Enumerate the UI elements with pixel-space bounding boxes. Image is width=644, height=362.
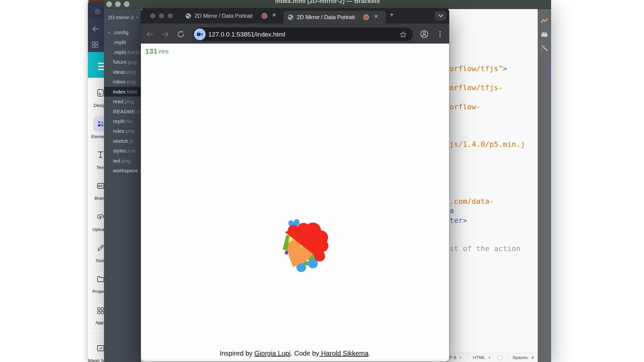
file-tree-item[interactable]: .replit.backup bbox=[104, 47, 141, 57]
health-report-icon[interactable] bbox=[541, 17, 548, 25]
file-tree: ▸.config.replit.replit.backupfuture.pngi… bbox=[104, 27, 141, 176]
code-line: st of the action bbox=[449, 244, 521, 253]
indent-setting[interactable]: Spaces: 4 bbox=[513, 353, 534, 362]
file-tree-item[interactable]: workspace.xml bbox=[104, 166, 141, 175]
globe-favicon bbox=[288, 14, 293, 20]
tab-title: 2D Mirror / Data Portrait bbox=[195, 13, 253, 19]
menu-kebab-icon[interactable] bbox=[436, 30, 444, 39]
tab-title: 2D Mirror / Data Portrait bbox=[297, 14, 355, 20]
new-tab-button[interactable]: + bbox=[390, 11, 394, 19]
tab-1[interactable]: 2D Mirror / Data Portrait ✕ bbox=[183, 8, 281, 23]
close-button[interactable] bbox=[150, 13, 155, 18]
window-title: index.html (2D-mirror-2) — Brackets bbox=[104, 0, 551, 5]
back-arrow-icon[interactable] bbox=[92, 25, 99, 32]
video-camera-icon bbox=[197, 31, 203, 38]
file-tree-item[interactable]: read.png bbox=[104, 97, 141, 106]
chrome-tabstrip: 2D Mirror / Data Portrait ✕ 2D Mirror / … bbox=[141, 8, 449, 23]
zoom-button[interactable] bbox=[168, 13, 173, 18]
bookmark-star-icon[interactable] bbox=[399, 31, 407, 38]
brackets-right-toolbar bbox=[538, 9, 551, 362]
page-content: 131FPS bbox=[141, 44, 449, 362]
file-tree-item[interactable]: ▸.config bbox=[104, 27, 141, 37]
tab-search-button[interactable] bbox=[435, 11, 446, 21]
back-button[interactable] bbox=[146, 30, 154, 39]
code-line: .com/data- bbox=[449, 197, 494, 206]
file-tree-item[interactable]: .replit bbox=[104, 37, 141, 47]
file-tree-item[interactable]: future.png bbox=[104, 57, 141, 67]
code-line: ter> bbox=[449, 216, 467, 225]
file-tree-item[interactable]: index.html bbox=[104, 87, 141, 97]
fps-counter: 131FPS bbox=[145, 47, 169, 55]
tab-close-icon[interactable]: ✕ bbox=[272, 12, 276, 18]
address-bar[interactable]: 127.0.0.1:53851/index.html bbox=[193, 27, 413, 41]
file-tree-item[interactable]: sketch.js bbox=[104, 136, 141, 146]
code-line: a bbox=[449, 206, 454, 216]
tab-close-icon[interactable]: ✕ bbox=[374, 13, 378, 19]
profile-icon[interactable] bbox=[420, 30, 429, 39]
generative-sketch bbox=[282, 216, 335, 273]
file-tree-item[interactable]: README.md bbox=[104, 107, 141, 116]
forward-button[interactable] bbox=[161, 30, 170, 39]
recording-indicator-icon bbox=[262, 13, 267, 19]
globe-favicon bbox=[185, 13, 191, 19]
chevron-down-icon: ▼ bbox=[136, 16, 139, 19]
magic-wand-icon[interactable] bbox=[541, 44, 548, 52]
file-tree-item[interactable]: ted.png bbox=[104, 156, 141, 166]
brackets-project-panel: 2D-mirror-2▼ ▸.config.replit.replit.back… bbox=[104, 9, 141, 362]
tab-2-active[interactable]: 2D Mirror / Data Portrait ✕ bbox=[283, 11, 386, 23]
code-line: js/1.4.0/p5.min.j bbox=[449, 140, 525, 149]
file-tree-item[interactable]: rules.png bbox=[104, 126, 141, 136]
recording-indicator-icon bbox=[363, 14, 369, 20]
language-selector[interactable]: HTML▼ bbox=[473, 353, 491, 362]
scroll-mark bbox=[550, 64, 551, 79]
page-footer: Inspired by Giorgia Lupi. Code by Harold… bbox=[141, 350, 449, 357]
minimize-button[interactable] bbox=[159, 13, 164, 18]
lint-indicator[interactable] bbox=[498, 355, 503, 360]
reload-button[interactable] bbox=[176, 30, 185, 39]
avatar[interactable] bbox=[95, 8, 101, 14]
code-line: orflow/tfjs- bbox=[449, 83, 503, 93]
url-text[interactable]: 127.0.0.1:53851/index.html bbox=[208, 27, 285, 41]
file-tree-item[interactable]: inbox.png bbox=[104, 77, 141, 86]
chevron-down-icon: ▼ bbox=[488, 353, 491, 362]
file-tree-item[interactable]: replit.nix bbox=[104, 116, 141, 126]
file-tree-item[interactable]: ideas.png bbox=[104, 67, 141, 77]
apps-grid-icon[interactable] bbox=[92, 42, 98, 48]
chevron-down-icon: ▼ bbox=[459, 353, 462, 362]
code-line: orflow/tfjs"> bbox=[449, 64, 507, 73]
extension-manager-icon[interactable] bbox=[541, 31, 548, 38]
chrome-toolbar: 127.0.0.1:53851/index.html bbox=[141, 23, 449, 44]
chrome-window: 2D Mirror / Data Portrait ✕ 2D Mirror / … bbox=[141, 8, 449, 362]
file-tree-item[interactable]: styles.css bbox=[104, 146, 141, 156]
tab-capture-badge[interactable] bbox=[194, 28, 206, 40]
code-line: orflow- bbox=[449, 102, 481, 112]
harold-sikkema-link[interactable]: Harold Sikkema bbox=[319, 350, 369, 357]
chevron-down-icon bbox=[438, 14, 443, 17]
brackets-titlebar[interactable]: index.html (2D-mirror-2) — Brackets bbox=[104, 0, 551, 9]
project-dropdown[interactable]: 2D-mirror-2▼ bbox=[108, 14, 139, 20]
disclosure-triangle-icon[interactable]: ▸ bbox=[108, 27, 110, 37]
giorgia-lupi-link[interactable]: Giorgia Lupi bbox=[254, 350, 290, 357]
